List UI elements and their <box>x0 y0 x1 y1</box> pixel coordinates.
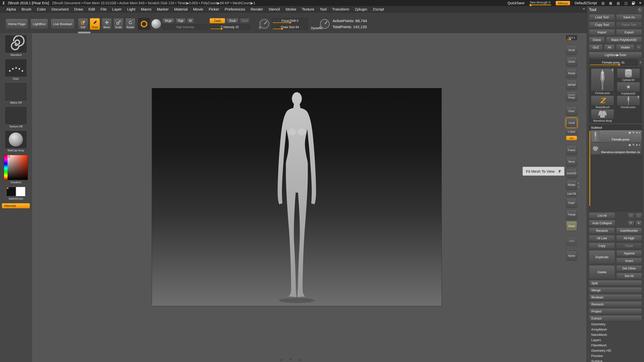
section-fibermesh[interactable]: FiberMesh <box>589 343 642 348</box>
rotate-button[interactable]: Rotate <box>125 18 135 30</box>
visibility-eye-icon[interactable]: ◉ <box>629 143 631 147</box>
goz-all-button[interactable]: All <box>604 44 615 51</box>
menu-preferences[interactable]: Preferences <box>222 7 248 12</box>
secondary-color-swatch[interactable] <box>16 187 25 196</box>
menu-layer[interactable]: Layer <box>109 7 125 12</box>
move-button[interactable]: Move <box>102 18 112 30</box>
tool-thumb-polymesh3d[interactable]: ★ PolyMesh3D <box>616 82 641 95</box>
import-button[interactable]: Import <box>589 29 615 35</box>
paste-tool-button[interactable]: Paste Tool <box>616 22 642 28</box>
brush-standard-thumbnail[interactable] <box>5 35 26 53</box>
menu-stencil[interactable]: Stencil <box>266 7 283 12</box>
menu-zscript[interactable]: Zscript <box>370 7 387 12</box>
tool-thumb-marvelous[interactable]: Marvelous-desig <box>590 109 615 122</box>
layout-panel-icon[interactable]: ▤ <box>601 1 605 5</box>
boolean-button[interactable]: Boolean <box>589 294 642 300</box>
texture-off-thumbnail[interactable] <box>5 107 26 124</box>
menu-stroke[interactable]: Stroke <box>283 7 299 12</box>
lsym-button[interactable]: L.Sym <box>566 129 577 134</box>
menu-color[interactable]: Color <box>34 7 49 12</box>
list-all-button[interactable]: List All <box>589 212 615 219</box>
visibility-eye-icon[interactable]: ◉ <box>629 131 631 134</box>
panel-divider-handle[interactable]: ‹ › <box>578 182 579 188</box>
see-through-slider[interactable]: See-through 0 <box>529 1 551 5</box>
divider-right-icon[interactable]: › <box>578 185 579 188</box>
section-geometry-hd[interactable]: Geometry HD <box>589 348 642 353</box>
local-button[interactable]: Local <box>566 118 577 128</box>
rotate3d-button[interactable]: Rotate <box>566 180 577 190</box>
xpose-button[interactable]: Xpose <box>566 251 577 261</box>
section-nanomesh[interactable]: NanoMesh <box>589 332 642 337</box>
alpha-off-thumbnail[interactable] <box>5 83 26 100</box>
focal-shift-knob[interactable] <box>289 21 291 24</box>
paste-subtool-button[interactable]: Paste <box>616 243 642 249</box>
z-intensity-knob[interactable] <box>221 28 223 30</box>
menu-edit[interactable]: Edit <box>86 7 98 12</box>
tool-refresh-icon[interactable]: ↻ <box>638 8 642 12</box>
focal-dial[interactable]: S <box>260 19 269 29</box>
goz-r-button[interactable]: R <box>636 44 642 51</box>
m-button[interactable]: M <box>187 18 194 23</box>
scroll-button[interactable]: Scroll <box>566 45 577 55</box>
default-zscript-button[interactable]: DefaultZScript <box>575 1 597 5</box>
subtool-up-button[interactable]: ↑ <box>628 213 634 218</box>
clone-button[interactable]: Clone <box>589 37 605 43</box>
insert-button[interactable]: Insert <box>616 258 642 264</box>
menu-macro[interactable]: Macro <box>138 7 154 12</box>
copy-subtool-button[interactable]: Copy <box>589 243 615 249</box>
actual-button[interactable]: Actual <box>566 68 577 78</box>
section-layers[interactable]: Layers <box>589 337 642 342</box>
load-tool-button[interactable]: Load Tool <box>589 14 615 20</box>
transp-button[interactable]: Transp <box>566 209 577 219</box>
duplicate-button[interactable]: Duplicate <box>589 250 615 264</box>
canvas-nav-right-icon[interactable]: ► <box>299 358 302 362</box>
copy-tool-button[interactable]: Copy Tool <box>589 22 615 28</box>
spix-knob[interactable] <box>569 38 571 40</box>
remesh-button[interactable]: Remesh <box>589 301 642 307</box>
section-preview[interactable]: Preview <box>589 353 642 358</box>
tool-index-knob[interactable] <box>618 64 620 66</box>
quicksave-button[interactable]: QuickSave <box>507 1 525 5</box>
lock-icon[interactable] <box>632 3 634 5</box>
stroke-dots-thumbnail[interactable] <box>5 59 26 76</box>
del-other-button[interactable]: Del Other <box>616 265 642 272</box>
canvas-nav-controls[interactable]: ◄ ▼ ► <box>279 358 302 362</box>
alternate-button[interactable]: Alternate <box>2 203 30 208</box>
goz-visible-button[interactable]: Visible <box>616 44 634 51</box>
panel-collapse-icon[interactable]: « <box>583 6 585 11</box>
tool-index-slider[interactable]: Female-pose. 41 <box>589 59 638 66</box>
tool-thumb-female-pose[interactable]: 2 Female-pose <box>590 68 615 95</box>
mrgb-button[interactable]: Mrgb <box>162 18 174 23</box>
zcut-button[interactable]: Zcut <box>240 18 250 23</box>
current-material-button[interactable] <box>151 19 161 29</box>
menu-picker[interactable]: Picker <box>206 7 222 12</box>
merge-button[interactable]: Merge <box>589 287 642 293</box>
export-button[interactable]: Export <box>616 29 642 35</box>
current-stroke-button[interactable] <box>138 18 150 30</box>
move3d-button[interactable]: Move <box>566 157 577 167</box>
lightbox-tools-button[interactable]: Lightbox▶Tools <box>589 52 642 58</box>
focal-shift-slider[interactable]: Focal Shift 0 <box>272 18 308 23</box>
menu-brush[interactable]: Brush <box>19 7 34 12</box>
tool-thumb-simplebrush[interactable]: Z SimpleBrush <box>590 96 615 109</box>
draw-size-knob[interactable] <box>281 28 283 30</box>
menu-render[interactable]: Render <box>248 7 266 12</box>
subtool-scrollbar[interactable] <box>589 131 590 206</box>
delete-button[interactable]: Delete <box>589 265 615 279</box>
menu-marker[interactable]: Marker <box>154 7 172 12</box>
auto-collapse-button[interactable]: Auto Collapse <box>589 220 615 226</box>
main-color-swatch[interactable] <box>6 187 16 196</box>
canvas-scroll-indicator[interactable] <box>78 32 91 33</box>
document-canvas[interactable] <box>152 88 441 306</box>
lightbox-button[interactable]: LightBox <box>30 19 48 29</box>
xyz-button[interactable]: xyz <box>566 136 577 140</box>
edit-button[interactable]: Edit <box>78 18 88 30</box>
rgb-intensity-slider[interactable]: Rgb Intensity <box>162 24 208 30</box>
color-picker[interactable] <box>4 155 28 180</box>
menu-transform[interactable]: Transform <box>330 7 352 12</box>
draw-size-slider[interactable]: Draw Size 64 <box>272 24 308 30</box>
append-button[interactable]: Append <box>616 250 642 256</box>
hatch-panel-icon[interactable]: ▧ <box>617 1 620 5</box>
move-up-hierarchy-button[interactable]: ↱ <box>628 220 634 226</box>
rename-button[interactable]: Rename <box>589 228 615 234</box>
